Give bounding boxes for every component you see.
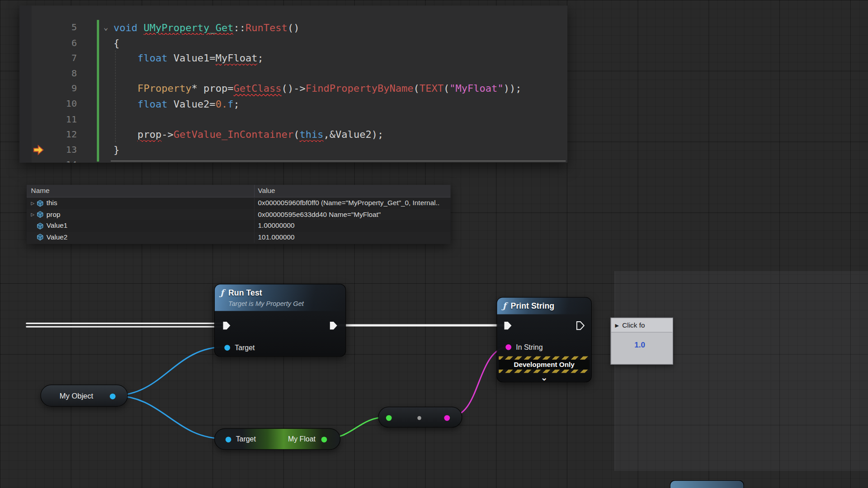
line-number[interactable]: 5: [19, 20, 79, 35]
watch-row[interactable]: ▷prop0x00000595e633dd40 Name="MyFloat": [27, 209, 451, 220]
exec-out-pin[interactable]: [329, 321, 338, 330]
code-token: this: [299, 128, 323, 140]
code-token: GetClass: [233, 83, 281, 94]
conversion-out-pin[interactable]: [443, 414, 451, 422]
code-token: 0.: [216, 98, 228, 110]
node-run-test-header[interactable]: ƒ Run Test Target is My Property Get: [215, 284, 345, 311]
code-token: ,&Value2);: [324, 128, 384, 140]
code-token: [137, 22, 143, 33]
watch-panel[interactable]: Name Value ▷this0x000005960fbf0ff0 (Name…: [27, 185, 451, 244]
code-token: (): [288, 22, 300, 33]
code-line[interactable]: FProperty* prop=GetClass()->FindProperty…: [103, 81, 568, 96]
my-object-pin[interactable]: [109, 393, 116, 400]
code-line[interactable]: [103, 112, 568, 127]
exec-in-pin[interactable]: [503, 321, 513, 330]
code-line[interactable]: [103, 157, 568, 163]
code-token: (: [443, 83, 449, 94]
node-float-to-string-conversion[interactable]: [378, 407, 462, 428]
expand-advanced-chevron-icon[interactable]: ⌄: [497, 374, 591, 382]
horizontal-scrollbar[interactable]: [111, 160, 566, 161]
code-token: (: [293, 128, 299, 140]
target-pin[interactable]: [224, 344, 231, 352]
object-wire-to-runtest-target[interactable]: [113, 347, 225, 396]
code-token: Value2=: [167, 98, 215, 110]
variable-label: My Object: [60, 391, 93, 399]
line-number[interactable]: 12: [19, 127, 79, 142]
code-token: prop: [137, 128, 161, 140]
code-token: ));: [504, 83, 522, 94]
conversion-in-pin[interactable]: [385, 414, 392, 422]
line-number[interactable]: 13: [19, 142, 79, 157]
line-number[interactable]: 14: [19, 157, 79, 163]
code-line[interactable]: {: [103, 35, 568, 51]
in-string-pin[interactable]: [505, 343, 512, 351]
node-get-my-float[interactable]: Target My Float: [214, 428, 340, 450]
code-token: [113, 52, 137, 64]
current-statement-arrow-icon: [33, 145, 44, 155]
line-number[interactable]: 9: [19, 81, 79, 96]
code-lines[interactable]: ⌄void UMyProperty_Get::RunTest(){ float …: [103, 20, 568, 163]
hazard-stripe: [499, 357, 590, 360]
gutter-numbers[interactable]: 567891011121314: [19, 20, 79, 163]
code-line[interactable]: ⌄void UMyProperty_Get::RunTest(): [103, 20, 568, 35]
code-token: float: [137, 52, 167, 64]
my-float-pin[interactable]: [321, 436, 328, 443]
watch-row[interactable]: Value2101.000000: [27, 231, 451, 243]
code-token: * prop=: [192, 83, 234, 94]
code-line[interactable]: }: [103, 142, 568, 157]
exec-out-pin-unconnected[interactable]: [576, 321, 585, 330]
line-number[interactable]: 7: [19, 51, 79, 66]
code-token: MyFloat: [216, 52, 258, 64]
code-token: TEXT: [420, 83, 443, 94]
code-line[interactable]: float Value1=MyFloat;: [103, 51, 568, 66]
exec-in-pin[interactable]: [222, 321, 231, 330]
expander-icon[interactable]: ▷: [29, 212, 37, 217]
partial-node[interactable]: [670, 480, 744, 488]
watch-row[interactable]: Value11.00000000: [27, 220, 451, 231]
getter-target-pin[interactable]: [225, 436, 232, 443]
code-token: ()->: [282, 83, 306, 94]
node-print-string[interactable]: ƒ Print String In String Development Onl…: [496, 297, 592, 383]
line-number[interactable]: 6: [19, 35, 79, 51]
watch-rows: ▷this0x000005960fbf0ff0 (Name="MyPropert…: [27, 197, 451, 243]
node-my-object[interactable]: My Object: [40, 385, 127, 407]
code-token: ;: [233, 98, 239, 110]
tooltip-header[interactable]: ▶ Click fo: [611, 318, 673, 333]
code-token: (: [414, 83, 420, 94]
node-title: Run Test: [228, 288, 304, 298]
variable-cube-icon: [37, 234, 44, 241]
code-token: ;: [258, 52, 264, 64]
column-header-value[interactable]: Value: [255, 185, 450, 197]
code-line[interactable]: prop->GetValue_InContainer(this,&Value2)…: [103, 127, 568, 142]
code-token: GetValue_InContainer: [174, 128, 293, 140]
line-number[interactable]: 11: [19, 112, 79, 127]
line-number[interactable]: 8: [19, 66, 79, 81]
node-print-string-header[interactable]: ƒ Print String: [497, 298, 591, 314]
node-subtitle: Target is My Property Get: [228, 300, 304, 308]
code-editor[interactable]: 567891011121314 ⌄void UMyProperty_Get::R…: [19, 5, 567, 163]
code-token: "MyFloat": [449, 83, 503, 94]
variable-value: 101.000000: [255, 233, 450, 241]
code-token: }: [113, 144, 119, 155]
code-token: {: [113, 37, 119, 49]
code-token: [113, 98, 137, 110]
function-icon: ƒ: [220, 288, 224, 298]
variable-cube-icon: [37, 222, 44, 230]
pin-label-my-float: My Float: [288, 429, 316, 449]
expander-icon[interactable]: ▷: [29, 201, 37, 206]
node-run-test[interactable]: ƒ Run Test Target is My Property Get Tar…: [214, 284, 346, 357]
column-header-name[interactable]: Name: [27, 185, 255, 197]
code-line[interactable]: [103, 66, 568, 81]
variable-value: 0x00000595e633dd40 Name="MyFloat": [255, 211, 450, 218]
code-line[interactable]: float Value2=0.f;: [103, 96, 568, 112]
code-token: ->: [161, 128, 174, 140]
watch-row[interactable]: ▷this0x000005960fbf0ff0 (Name="MyPropert…: [27, 197, 451, 209]
code-token: f: [227, 98, 233, 110]
variable-value: 0x000005960fbf0ff0 (Name="MyProperty_Get…: [255, 199, 450, 207]
code-token: [113, 128, 137, 140]
variable-name: Value2: [47, 233, 68, 241]
code-token: Value1=: [167, 52, 215, 64]
line-number[interactable]: 10: [19, 96, 79, 112]
object-wire-to-getter-target[interactable]: [113, 396, 225, 439]
development-only-banner: Development Only: [499, 357, 590, 373]
